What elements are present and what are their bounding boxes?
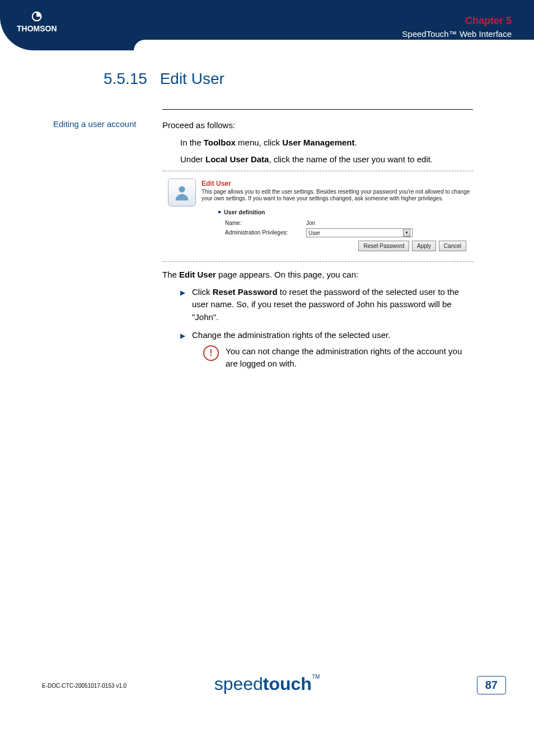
horizontal-rule xyxy=(162,109,473,110)
header-right: Chapter 5 SpeedTouch™ Web Interface xyxy=(402,14,512,40)
arrow-icon: ▶ xyxy=(180,331,185,370)
dashed-separator xyxy=(162,261,473,262)
thomson-logo-text: THOMSON xyxy=(17,24,57,33)
square-bullet-icon xyxy=(218,211,221,213)
warning-note: ! You can not change the administration … xyxy=(203,345,473,370)
reset-password-button[interactable]: Reset Password xyxy=(358,241,409,251)
thomson-logo: ◔ THOMSON xyxy=(17,8,57,33)
bullet-item-1: ▶ Click Reset Password to reset the pass… xyxy=(180,286,473,324)
priv-select[interactable]: User ▼ xyxy=(306,228,413,237)
arrow-icon: ▶ xyxy=(180,288,185,324)
header-bar: ◔ THOMSON Chapter 5 SpeedTouch™ Web Inte… xyxy=(0,0,534,50)
apply-button[interactable]: Apply xyxy=(412,241,436,251)
warning-icon: ! xyxy=(203,345,219,361)
warning-text: You can not change the administration ri… xyxy=(226,345,473,370)
after-text: The Edit User page appears. On this page… xyxy=(162,269,473,281)
doc-id: E-DOC-CTC-20051017-0153 v1.0 xyxy=(42,683,127,689)
priv-label: Administration Privileges: xyxy=(225,228,306,237)
priv-selected-value: User xyxy=(308,229,320,237)
body-content: Proceed as follows: In the Toolbox menu,… xyxy=(162,119,473,376)
cancel-button[interactable]: Cancel xyxy=(439,241,466,251)
user-icon xyxy=(168,179,196,206)
section-number: 5.5.15 xyxy=(104,70,147,87)
embed-desc: This page allows you to edit the user se… xyxy=(202,189,473,203)
step-2: Under Local User Data, click the name of… xyxy=(180,153,473,166)
user-definition-heading: User definition xyxy=(224,208,265,217)
embed-title: Edit User xyxy=(202,179,473,189)
screenshot-embed: Edit User This page allows you to edit t… xyxy=(162,176,473,257)
intro-text: Proceed as follows: xyxy=(162,119,473,132)
name-label: Name: xyxy=(225,219,306,227)
page-number: 87 xyxy=(477,676,506,694)
section-name: Edit User xyxy=(160,70,224,87)
step-1: In the Toolbox menu, click User Manageme… xyxy=(180,137,473,149)
chapter-title: Chapter 5 xyxy=(402,14,512,28)
sidebar-label: Editing a user account xyxy=(53,119,136,129)
section-title: 5.5.15 Edit User xyxy=(104,70,224,88)
dashed-separator xyxy=(162,171,473,171)
svg-point-0 xyxy=(179,186,185,192)
chevron-down-icon: ▼ xyxy=(403,229,410,237)
chapter-subtitle: SpeedTouch™ Web Interface xyxy=(402,28,512,40)
name-row: Name: Jon xyxy=(225,219,473,227)
bullet-item-2: ▶ Change the administration rights of th… xyxy=(180,329,473,370)
privileges-row: Administration Privileges: User ▼ xyxy=(225,228,473,237)
name-value: Jon xyxy=(306,219,315,227)
thomson-logo-icon: ◔ xyxy=(17,8,57,23)
speedtouch-logo: speedtouchTM xyxy=(214,674,320,694)
